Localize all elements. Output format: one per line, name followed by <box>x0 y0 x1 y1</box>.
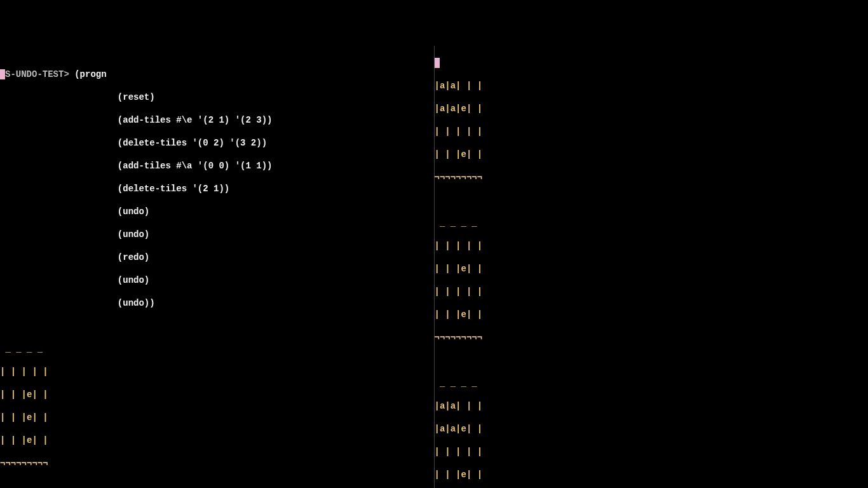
grid-row: | | | | | <box>435 446 869 458</box>
grid-row: ¬¬¬¬¬¬¬¬¬ <box>0 458 434 469</box>
grid-row: |a|a| | | <box>435 80 869 92</box>
grid-row: ¬¬¬¬¬¬¬¬¬ <box>435 172 869 183</box>
code-line: (redo) <box>0 252 434 263</box>
text-cursor <box>435 58 440 68</box>
grid-row: | | |e| | <box>435 263 869 274</box>
grid-row: | | |e| | <box>0 435 434 446</box>
grid-row: |a|a|e| | <box>435 103 869 114</box>
grid-row: _ _ _ _ <box>0 343 434 355</box>
grid-row: |a|a|e| | <box>435 423 869 435</box>
repl-prompt: S-UNDO-TEST> <box>5 69 74 79</box>
grid-row: | | |e| | <box>0 412 434 423</box>
text-cursor <box>0 69 5 79</box>
repl-input-line: S-UNDO-TEST> (progn <box>0 69 434 80</box>
grid-row: ¬¬¬¬¬¬¬¬¬ <box>435 332 869 343</box>
code-line: (progn <box>74 69 106 79</box>
blank-line <box>435 355 869 366</box>
code-line: (undo) <box>0 229 434 240</box>
grid-row: | | |e| | <box>435 309 869 320</box>
code-line: (add-tiles #\a '(0 0) '(1 1)) <box>0 160 434 172</box>
cursor-top <box>435 57 869 69</box>
grid-row: | | | | | <box>435 240 869 252</box>
grid-row: _ _ _ _ <box>435 377 869 389</box>
blank-line <box>0 320 434 332</box>
blank-line <box>435 194 869 206</box>
code-line: (reset) <box>0 92 434 103</box>
grid-row: _ _ _ _ <box>435 217 869 229</box>
code-line: (undo) <box>0 206 434 217</box>
code-line: (delete-tiles '(0 2) '(3 2)) <box>0 137 434 149</box>
grid-row: |a|a| | | <box>435 400 869 412</box>
left-pane[interactable]: S-UNDO-TEST> (progn (reset) (add-tiles #… <box>0 46 435 488</box>
code-line: (undo)) <box>0 297 434 309</box>
split-container: S-UNDO-TEST> (progn (reset) (add-tiles #… <box>0 46 868 488</box>
grid-row: | | | | | <box>435 286 869 297</box>
code-line: (delete-tiles '(2 1)) <box>0 183 434 194</box>
grid-row: | | |e| | <box>435 149 869 160</box>
blank-line <box>0 480 434 488</box>
right-pane[interactable]: |a|a| | | |a|a|e| | | | | | | | | |e| | … <box>435 46 869 488</box>
grid-row: | | | | | <box>0 366 434 377</box>
grid-row: | | |e| | <box>435 469 869 480</box>
grid-row: | | |e| | <box>0 389 434 400</box>
code-line: (undo) <box>0 274 434 286</box>
code-line: (add-tiles #\e '(2 1) '(2 3)) <box>0 114 434 126</box>
grid-row: | | | | | <box>435 126 869 137</box>
